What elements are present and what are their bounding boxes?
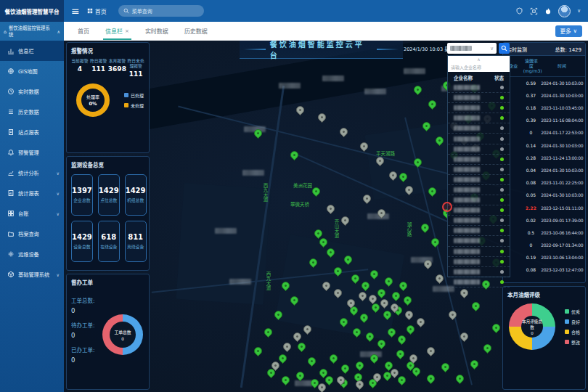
online-map-pin[interactable]	[306, 356, 318, 367]
company-row[interactable]	[448, 83, 510, 93]
realtime-row[interactable]: 0.022023-09-01 17:39:00	[503, 214, 585, 226]
company-row[interactable]	[448, 267, 510, 277]
company-row[interactable]	[448, 165, 510, 175]
online-map-pin[interactable]	[405, 324, 417, 335]
offline-map-pin[interactable]	[282, 341, 293, 353]
company-row[interactable]	[448, 113, 510, 123]
realtime-row[interactable]: 2.222023-12-15 01:11:00	[503, 201, 585, 213]
online-map-pin[interactable]	[328, 353, 340, 364]
close-tab-icon[interactable]: ×	[125, 28, 129, 34]
realtime-row[interactable]: 0.392023-11-16 08:04:00	[503, 114, 585, 126]
company-row[interactable]	[448, 216, 510, 226]
offline-map-pin[interactable]	[295, 105, 306, 116]
sidebar-item-stats-report[interactable]: 统计报表∨	[0, 183, 64, 203]
offline-map-pin[interactable]	[340, 215, 351, 226]
online-map-pin[interactable]	[440, 362, 452, 373]
online-map-pin[interactable]	[412, 84, 424, 96]
tab-realtime[interactable]: 实时数据	[145, 22, 168, 40]
company-row[interactable]	[448, 93, 510, 103]
alert-marker[interactable]	[442, 202, 452, 212]
company-search-button[interactable]	[499, 43, 510, 54]
realtime-row[interactable]: 0.142024-01-30 10:03:00	[503, 139, 585, 152]
company-row[interactable]	[448, 144, 510, 155]
realtime-row[interactable]: 0.182023-11-10 03:45:00	[503, 102, 585, 114]
company-row[interactable]	[448, 175, 510, 185]
online-map-pin[interactable]	[396, 375, 408, 386]
online-map-pin[interactable]	[470, 301, 482, 312]
offline-map-pin[interactable]	[425, 346, 437, 357]
online-map-pin[interactable]	[427, 99, 438, 110]
realtime-row[interactable]: 0.372024-01-30 10:03:00	[503, 89, 585, 102]
online-map-pin[interactable]	[277, 353, 289, 364]
company-row[interactable]	[448, 277, 510, 287]
online-map-pin[interactable]	[491, 322, 502, 334]
realtime-row[interactable]: 0.082023-11-01 22:25:00	[503, 176, 585, 189]
offline-map-pin[interactable]	[415, 317, 427, 328]
realtime-row[interactable]: 0.082023-12-03 12:47:00	[503, 264, 585, 276]
company-row[interactable]	[448, 257, 510, 267]
online-map-pin[interactable]	[425, 373, 437, 385]
company-row[interactable]	[448, 247, 510, 257]
online-map-pin[interactable]	[469, 359, 481, 370]
online-map-pin[interactable]	[395, 348, 407, 360]
sidebar-item-warning[interactable]: 预警管理	[0, 142, 64, 163]
online-map-pin[interactable]	[340, 363, 351, 375]
realtime-row[interactable]: 0.042024-01-30 10:03:00	[503, 164, 585, 176]
collapse-dropdown[interactable]: ∧	[448, 56, 510, 62]
realtime-row[interactable]: 0.592024-01-30 10:03:00	[503, 77, 585, 89]
tab-home[interactable]: 首页	[78, 22, 89, 40]
menu-search-input[interactable]: 菜单查询	[118, 5, 204, 17]
sidebar-item-device[interactable]: 运维设备	[0, 244, 64, 264]
offline-map-pin[interactable]	[404, 309, 415, 321]
online-map-pin[interactable]	[263, 327, 274, 338]
user-avatar[interactable]	[558, 5, 571, 17]
offline-map-pin[interactable]	[447, 309, 459, 321]
company-name-input[interactable]: 请输入企业名称	[448, 62, 510, 72]
realtime-row[interactable]: 0.192023-10-06 13:04:00	[503, 251, 585, 264]
online-map-pin[interactable]	[402, 295, 414, 306]
home-shortcut[interactable]: 首页	[87, 7, 107, 15]
sidebar-item-site-report[interactable]: 站点报表	[0, 122, 64, 142]
realtime-row[interactable]: 0.52023-10-06 16:44:00	[503, 226, 585, 239]
offline-map-pin[interactable]	[362, 193, 373, 205]
sidebar-item-dashboard[interactable]: 信息栏	[0, 41, 64, 61]
company-row[interactable]	[448, 195, 510, 205]
tab-info[interactable]: 信息栏×	[105, 22, 129, 40]
sidebar-item-archive[interactable]: 档案查询	[0, 224, 64, 244]
company-row[interactable]	[448, 205, 510, 216]
offline-map-pin[interactable]	[325, 203, 337, 215]
company-row[interactable]	[448, 185, 510, 195]
company-row[interactable]	[448, 123, 510, 134]
online-map-pin[interactable]	[289, 150, 301, 161]
online-map-pin[interactable]	[420, 222, 431, 234]
offline-map-pin[interactable]	[292, 331, 303, 343]
company-row[interactable]	[448, 236, 510, 246]
screenshot-icon[interactable]	[530, 7, 538, 15]
company-row[interactable]	[448, 226, 510, 236]
company-row[interactable]	[448, 155, 510, 165]
online-map-pin[interactable]	[253, 346, 264, 357]
more-button[interactable]: 更多 ∨	[555, 25, 583, 37]
online-map-pin[interactable]	[354, 360, 366, 372]
sidebar-item-realtime[interactable]: 实时数据	[0, 81, 64, 102]
tab-history[interactable]: 历史数据	[184, 22, 208, 40]
realtime-row[interactable]: 02022-09-17 01:34:00	[503, 239, 585, 251]
sidebar-item-ledger[interactable]: 台账∨	[0, 203, 64, 224]
realtime-row[interactable]: 02024-01-17 22:53:00	[503, 126, 585, 139]
online-map-pin[interactable]	[430, 237, 441, 248]
offline-map-pin[interactable]	[459, 287, 470, 299]
online-map-pin[interactable]	[295, 370, 306, 382]
online-map-pin[interactable]	[296, 341, 308, 353]
badge-icon[interactable]	[515, 7, 523, 15]
online-map-pin[interactable]	[454, 373, 466, 385]
online-map-pin[interactable]	[482, 343, 494, 354]
company-select[interactable]: ∨	[447, 43, 497, 54]
realtime-row[interactable]: 0.282023-11-24 13:00:00	[503, 152, 585, 164]
online-map-pin[interactable]	[396, 334, 408, 346]
sidebar-system-header[interactable]: ⌂ 餐饮油烟监控管理系统 ∧	[0, 22, 64, 41]
sidebar-item-analysis[interactable]: 统计分析∨	[0, 163, 64, 183]
chevron-down-icon[interactable]: ∨	[577, 8, 581, 14]
menu-toggle-icon[interactable]: ≡	[71, 5, 80, 17]
offline-map-pin[interactable]	[338, 126, 350, 138]
sidebar-item-history[interactable]: 历史数据	[0, 102, 64, 122]
